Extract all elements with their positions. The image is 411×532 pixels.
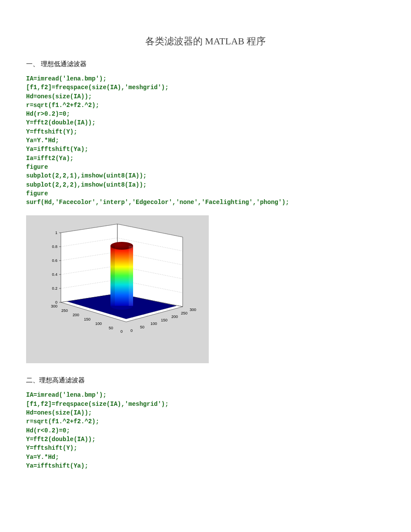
code-block-2: IA=imread('lena.bmp'); [f1,f2]=freqspace… xyxy=(26,391,385,470)
svg-text:200: 200 xyxy=(73,313,79,317)
surf-plot-figure: 0 0.2 0.4 0.6 0.8 1 300 250 200 150 100 … xyxy=(26,215,209,363)
svg-text:250: 250 xyxy=(181,311,187,315)
page-title: 各类滤波器的 MATLAB 程序 xyxy=(26,35,385,48)
svg-text:200: 200 xyxy=(171,315,178,319)
svg-text:150: 150 xyxy=(84,317,90,321)
svg-text:0.4: 0.4 xyxy=(52,272,57,277)
svg-text:50: 50 xyxy=(140,325,144,329)
document-page: 各类滤波器的 MATLAB 程序 一、 理想低通滤波器 IA=imread('l… xyxy=(0,0,411,496)
svg-text:0: 0 xyxy=(120,329,123,334)
svg-text:0: 0 xyxy=(130,328,133,333)
svg-text:150: 150 xyxy=(161,318,167,322)
svg-rect-27 xyxy=(110,246,115,306)
svg-text:100: 100 xyxy=(95,321,102,326)
svg-text:0.6: 0.6 xyxy=(52,258,57,263)
svg-text:0.2: 0.2 xyxy=(52,286,57,291)
section-heading-1: 一、 理想低通滤波器 xyxy=(26,60,385,68)
section-heading-2: 二、理想高通滤波器 xyxy=(26,376,385,385)
svg-rect-28 xyxy=(129,246,133,306)
svg-text:250: 250 xyxy=(61,308,68,313)
z-axis-ticks: 0 0.2 0.4 0.6 0.8 1 xyxy=(52,231,57,304)
code-block-1: IA=imread('lena.bmp'); [f1,f2]=freqspace… xyxy=(26,74,385,207)
svg-text:100: 100 xyxy=(150,321,157,326)
svg-text:300: 300 xyxy=(51,304,57,308)
svg-text:1: 1 xyxy=(55,231,57,235)
svg-text:0.8: 0.8 xyxy=(52,244,57,249)
surf-plot-svg: 0 0.2 0.4 0.6 0.8 1 300 250 200 150 100 … xyxy=(26,215,209,363)
svg-text:50: 50 xyxy=(109,326,113,330)
svg-marker-0 xyxy=(61,224,117,302)
svg-text:300: 300 xyxy=(190,308,196,312)
